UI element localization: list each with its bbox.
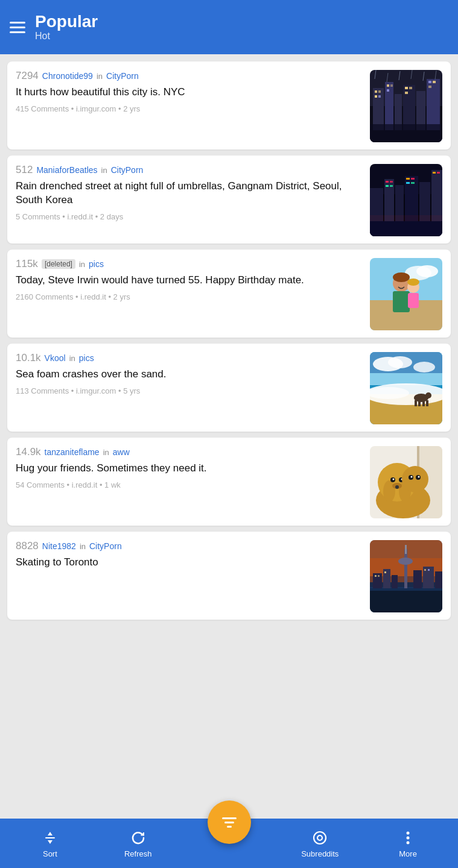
svg-rect-55: [408, 293, 419, 308]
svg-point-62: [388, 356, 412, 368]
svg-point-118: [407, 841, 410, 844]
svg-point-78: [383, 480, 395, 502]
post-card[interactable]: 8828 Nite1982 in CityPorn Skating to Tor…: [7, 532, 451, 620]
post-score: 512: [16, 164, 33, 176]
post-subreddit: aww: [113, 447, 130, 457]
svg-point-117: [407, 836, 410, 839]
svg-rect-8: [375, 90, 377, 93]
svg-point-56: [393, 272, 410, 282]
post-subreddit: CityPorn: [89, 541, 122, 551]
svg-point-86: [402, 466, 428, 492]
svg-rect-9: [378, 90, 381, 93]
post-title: Sea foam crashes over the sand.: [16, 368, 363, 382]
svg-rect-71: [422, 400, 425, 406]
post-author: Nite1982: [42, 541, 76, 551]
svg-rect-70: [418, 400, 421, 406]
svg-rect-20: [428, 86, 431, 88]
post-title: Skating to Toronto: [16, 556, 363, 570]
post-card[interactable]: 10.1k Vkool in pics Sea foam crashes ove…: [7, 344, 451, 432]
post-in: in: [97, 72, 103, 81]
menu-button[interactable]: [10, 22, 25, 33]
svg-rect-113: [45, 837, 55, 838]
svg-point-90: [418, 476, 420, 478]
svg-rect-44: [433, 172, 436, 174]
svg-point-116: [407, 831, 410, 834]
svg-rect-94: [370, 588, 442, 612]
svg-rect-96: [404, 549, 407, 588]
post-card[interactable]: 512 ManiaforBeatles in CityPorn Rain dre…: [7, 156, 451, 244]
post-thumbnail[interactable]: [370, 352, 442, 424]
post-subreddit: CityPorn: [111, 165, 144, 175]
post-meta-bottom: 2160 Comments • i.redd.it • 2 yrs: [16, 292, 363, 301]
post-author: tanzaniteflame: [45, 447, 100, 457]
post-card[interactable]: 7294 Chronotide99 in CityPorn It hurts h…: [7, 61, 451, 149]
svg-point-57: [407, 278, 419, 286]
post-in: in: [79, 260, 85, 269]
svg-rect-43: [411, 182, 415, 184]
nav-refresh[interactable]: Refresh: [117, 829, 159, 858]
svg-rect-17: [405, 92, 408, 94]
post-score: 10.1k: [16, 352, 41, 364]
post-content: 7294 Chronotide99 in CityPorn It hurts h…: [16, 70, 363, 113]
post-in: in: [69, 354, 75, 363]
more-icon: [399, 829, 417, 847]
svg-point-85: [395, 485, 399, 489]
svg-rect-2: [373, 88, 384, 130]
svg-rect-99: [373, 573, 382, 588]
nav-subreddits[interactable]: Subreddits: [299, 829, 341, 858]
svg-rect-10: [375, 95, 377, 98]
post-thumbnail[interactable]: [370, 446, 442, 518]
post-content: 512 ManiaforBeatles in CityPorn Rain dre…: [16, 164, 363, 221]
svg-rect-11: [378, 95, 381, 98]
svg-rect-41: [411, 178, 415, 180]
post-in: in: [80, 542, 86, 551]
svg-point-82: [393, 479, 395, 480]
svg-rect-72: [426, 400, 428, 406]
nav-refresh-label: Refresh: [124, 849, 152, 858]
svg-point-115: [317, 835, 322, 840]
refresh-icon: [129, 829, 147, 847]
svg-rect-16: [409, 87, 412, 89]
nav-sort[interactable]: Sort: [29, 829, 71, 858]
svg-rect-53: [393, 291, 410, 312]
app-header: Popular Hot: [0, 0, 458, 54]
post-thumbnail[interactable]: [370, 540, 442, 612]
svg-rect-100: [383, 569, 390, 588]
svg-rect-40: [406, 178, 410, 180]
fab-filter-button[interactable]: [208, 800, 251, 844]
post-thumbnail[interactable]: [370, 164, 442, 236]
post-subreddit: pics: [79, 353, 94, 363]
post-meta-top: 115k [deleted] in pics: [16, 258, 363, 270]
post-score: 115k: [16, 258, 38, 270]
svg-rect-109: [428, 569, 430, 571]
svg-rect-98: [405, 545, 407, 554]
post-meta-top: 7294 Chronotide99 in CityPorn: [16, 70, 363, 82]
post-title: Today, Steve Irwin would have turned 55.…: [16, 274, 363, 288]
svg-rect-47: [370, 221, 442, 236]
svg-rect-102: [413, 570, 422, 588]
sort-icon: [41, 829, 59, 847]
svg-rect-101: [392, 575, 398, 588]
svg-rect-106: [378, 575, 380, 577]
filter-icon: [220, 813, 239, 832]
post-card[interactable]: 115k [deleted] in pics Today, Steve Irwi…: [7, 250, 451, 338]
svg-rect-42: [406, 182, 410, 184]
svg-rect-15: [405, 87, 408, 89]
svg-rect-12: [387, 84, 389, 87]
svg-rect-69: [415, 400, 417, 406]
post-thumbnail[interactable]: [370, 70, 442, 142]
svg-rect-38: [386, 185, 389, 187]
svg-rect-45: [437, 172, 440, 174]
svg-rect-104: [435, 571, 442, 588]
deleted-badge: [deleted]: [42, 259, 75, 269]
post-meta-top: 14.9k tanzaniteflame in aww: [16, 446, 363, 458]
post-thumbnail[interactable]: [370, 258, 442, 330]
post-content: 115k [deleted] in pics Today, Steve Irwi…: [16, 258, 363, 301]
nav-more[interactable]: More: [387, 829, 429, 858]
svg-rect-110: [222, 817, 237, 819]
svg-point-63: [413, 362, 435, 373]
post-card[interactable]: 14.9k tanzaniteflame in aww Hug your fri…: [7, 438, 451, 526]
svg-rect-105: [375, 575, 377, 577]
post-title: It hurts how beautiful this city is. NYC: [16, 86, 363, 99]
post-meta-top: 8828 Nite1982 in CityPorn: [16, 540, 363, 552]
